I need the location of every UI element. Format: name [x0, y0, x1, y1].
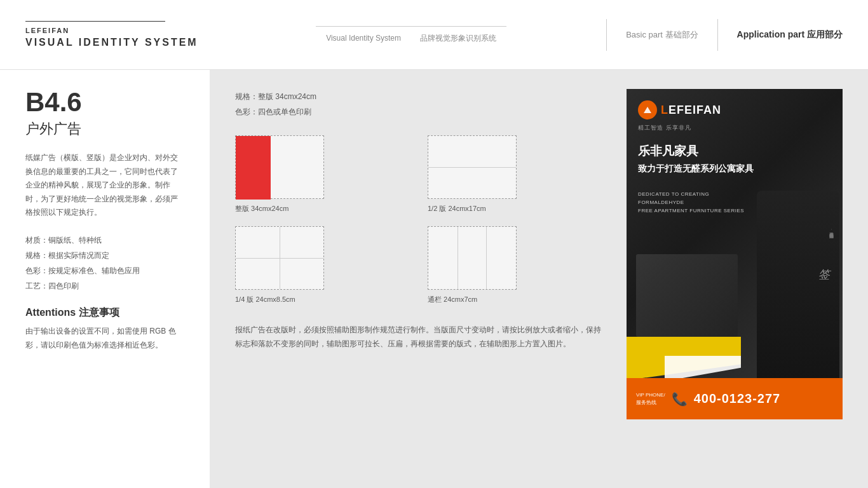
red-block: [236, 136, 271, 200]
spec-size-label: 规格：整版 34cmx24cm: [235, 89, 607, 104]
poster-white-shape: [665, 356, 741, 381]
poster-phone-info: VIP PHONE/ 服务热线: [636, 391, 665, 407]
thumbnail-quarter: 1/4 版 24cmx8.5cm: [235, 226, 415, 304]
attentions-title: Attentions 注意事项: [25, 306, 184, 320]
page-title: 户外广告: [25, 119, 184, 139]
poster-image: LEFEIFAN 精工智造 乐享非凡 乐非凡家具 致力于打造无醛系列公寓家具 D…: [627, 89, 843, 419]
poster-signature: 签: [818, 267, 830, 282]
brand-name: LEFEIFAN: [25, 27, 235, 34]
header-right-divider: [606, 19, 607, 51]
spec-color: 色彩：按规定标准色、辅助色应用: [25, 263, 184, 278]
thumb-quarter-box: [235, 226, 324, 290]
header-center-labels: Visual Identity System 品牌视觉形象识别系统: [326, 33, 496, 44]
page-code: B4.6: [25, 89, 184, 116]
nav-basic-label: Basic part 基础部分: [626, 29, 698, 41]
poster-phone-number: 400-0123-277: [694, 391, 781, 406]
nav-zh-label: 品牌视觉形象识别系统: [420, 33, 496, 44]
col-line2: [486, 227, 487, 289]
poster-person: [757, 191, 839, 378]
header-center-divider: [316, 26, 506, 27]
nav-vis-label: Visual Identity System: [326, 34, 401, 43]
inner-line: [428, 167, 516, 168]
thumb-full-box: [235, 135, 324, 199]
poster-tagline: 精工智造 乐享非凡: [638, 124, 691, 132]
horiz-line: [236, 258, 323, 259]
spec-size: 规格：根据实际情况而定: [25, 248, 184, 263]
nav-app-label: Application part 应用部分: [737, 29, 843, 41]
poster-phone-icon: 📞: [672, 391, 688, 407]
right-content: 规格：整版 34cmx24cm 色彩：四色或单色印刷 整版 34cmx24cm: [210, 70, 868, 488]
poster-logo-text: LEFEIFAN: [661, 104, 721, 117]
header: LEFEIFAN VISUAL IDENTITY SYSTEM Visual I…: [0, 0, 868, 70]
thumb-half-box: [428, 135, 517, 199]
poster-logo: LEFEIFAN: [638, 100, 721, 119]
spec-info: 规格：整版 34cmx24cm 色彩：四色或单色印刷: [235, 89, 607, 119]
thumb-full-label: 整版 34cmx24cm: [235, 204, 288, 214]
footer-note: 报纸广告在改版时，必须按照辅助图形制作规范进行制作。当版面尺寸变动时，请按比例放…: [235, 323, 607, 351]
thumb-column-box: [428, 226, 517, 290]
poster-headline-en: DEDICATED TO CREATING FORMALDEHYDE FREE …: [638, 191, 744, 215]
middle-area: 规格：整版 34cmx24cm 色彩：四色或单色印刷 整版 34cmx24cm: [235, 89, 607, 469]
thumb-quarter-label: 1/4 版 24cmx8.5cm: [235, 295, 295, 304]
spec-material: 材质：铜版纸、特种纸: [25, 233, 184, 248]
poster-logo-icon: [638, 100, 657, 119]
poster-area: LEFEIFAN 精工智造 乐享非凡 乐非凡家具 致力于打造无醛系列公寓家具 D…: [627, 89, 843, 469]
attentions-text: 由于输出设备的设置不同，如需使用 RGB 色彩，请以印刷色值为标准选择相近色彩。: [25, 325, 184, 352]
thumbnails-grid: 整版 34cmx24cm 1/2 版 24cmx17cm 1/4 版 24cmx…: [235, 135, 607, 304]
poster-headline-zh: 乐非凡家具 致力于打造无醛系列公寓家具: [638, 143, 754, 175]
spec-color-label: 色彩：四色或单色印刷: [235, 104, 607, 119]
brand-subtitle: VISUAL IDENTITY SYSTEM: [25, 37, 235, 48]
header-center: Visual Identity System 品牌视觉形象识别系统: [235, 26, 587, 44]
main-content: B4.6 户外广告 纸媒广告（横版、竖版）是企业对内、对外交换信息的最重要的工具…: [0, 70, 868, 488]
brand-line: [25, 21, 165, 22]
poster-vip-label: VIP PHONE/: [636, 391, 665, 399]
thumbnail-full: 整版 34cmx24cm: [235, 135, 415, 214]
thumbnail-half: 1/2 版 24cmx17cm: [428, 135, 607, 214]
poster-bottom-bar: VIP PHONE/ 服务热线 📞 400-0123-277: [627, 378, 843, 419]
poster-side-text: 携手名演员·传递非凡生活: [828, 229, 835, 230]
description-text: 纸媒广告（横版、竖版）是企业对内、对外交换信息的最重要的工具之一，它同时也代表了…: [25, 151, 184, 220]
poster-chair: [636, 254, 738, 337]
col-line1: [458, 227, 458, 289]
spec-craft: 工艺：四色印刷: [25, 278, 184, 294]
thumbnail-column: 通栏 24cmx7cm: [428, 226, 607, 304]
header-left: LEFEIFAN VISUAL IDENTITY SYSTEM: [25, 21, 235, 48]
spec-list: 材质：铜版纸、特种纸 规格：根据实际情况而定 色彩：按规定标准色、辅助色应用 工…: [25, 233, 184, 294]
header-right: Basic part 基础部分 Application part 应用部分: [587, 19, 843, 51]
thumb-half-label: 1/2 版 24cmx17cm: [428, 204, 486, 214]
header-right-divider2: [717, 19, 718, 51]
left-panel: B4.6 户外广告 纸媒广告（横版、竖版）是企业对内、对外交换信息的最重要的工具…: [0, 70, 210, 488]
poster-service-label: 服务热线: [636, 399, 665, 407]
thumb-column-label: 通栏 24cmx7cm: [428, 295, 477, 304]
